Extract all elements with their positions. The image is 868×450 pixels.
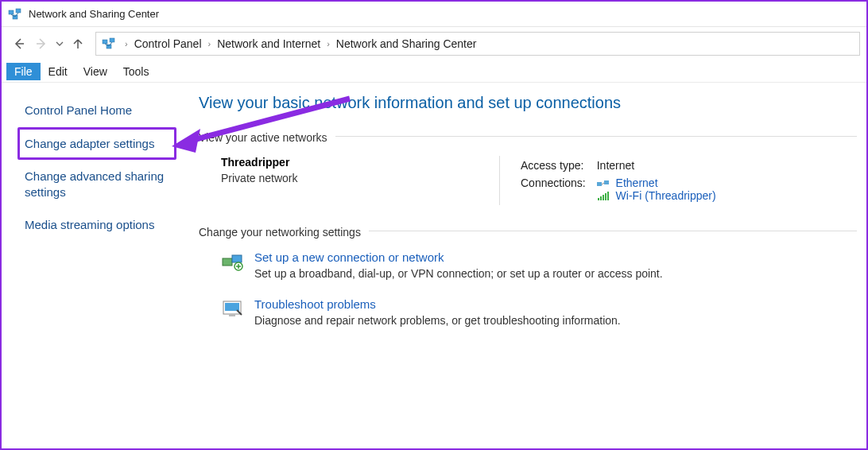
svg-rect-1	[16, 9, 21, 13]
chevron-right-icon: ›	[327, 39, 330, 48]
network-center-icon	[8, 7, 22, 21]
network-center-icon	[101, 36, 117, 52]
network-identity: Threadripper Private network	[221, 156, 499, 184]
menu-tools[interactable]: Tools	[115, 63, 157, 80]
sidebar: Control Panel Home Change adapter settin…	[2, 83, 184, 450]
breadcrumb-item[interactable]: Network and Internet	[214, 36, 324, 52]
access-type-label: Access type:	[516, 157, 591, 173]
chevron-right-icon: ›	[208, 39, 211, 48]
page-heading: View your basic network information and …	[199, 94, 857, 112]
setup-connection-link[interactable]: Set up a new connection or network	[254, 250, 663, 264]
body: Control Panel Home Change adapter settin…	[2, 83, 866, 450]
setup-connection-item: Set up a new connection or network Set u…	[199, 250, 857, 280]
active-network-row: Threadripper Private network Access type…	[199, 156, 857, 205]
window-title: Network and Sharing Center	[29, 8, 159, 20]
sidebar-change-adapter-settings[interactable]: Change adapter settings	[17, 127, 176, 161]
svg-rect-7	[103, 40, 107, 44]
sidebar-control-panel-home[interactable]: Control Panel Home	[17, 94, 176, 127]
change-settings-section: Change your networking settings Set	[199, 226, 857, 327]
menubar: File Edit View Tools	[2, 60, 866, 83]
main-content: View your basic network information and …	[184, 83, 866, 450]
menu-file[interactable]: File	[6, 63, 41, 80]
svg-rect-16	[600, 196, 602, 200]
nav-history-dropdown[interactable]	[52, 33, 67, 55]
wifi-signal-icon	[597, 192, 610, 201]
addressbar[interactable]: › Control Panel › Network and Internet ›…	[95, 32, 860, 56]
nav-forward-button[interactable]	[30, 33, 52, 55]
sidebar-media-streaming-options[interactable]: Media streaming options	[17, 208, 176, 242]
ethernet-icon	[597, 179, 610, 188]
menu-edit[interactable]: Edit	[41, 63, 76, 80]
connections-label: Connections:	[516, 175, 591, 204]
navbar: › Control Panel › Network and Internet ›…	[2, 27, 866, 60]
svg-rect-27	[229, 314, 235, 316]
svg-rect-20	[223, 258, 232, 266]
network-type: Private network	[221, 172, 499, 184]
window-root: Network and Sharing Center	[0, 0, 868, 450]
breadcrumb-item[interactable]: Network and Sharing Center	[333, 36, 480, 52]
access-type-value: Internet	[592, 157, 721, 173]
svg-rect-12	[597, 182, 602, 186]
connection-wifi-link[interactable]: Wi-Fi (Threadripper)	[616, 189, 716, 202]
troubleshoot-item: Troubleshoot problems Diagnose and repai…	[199, 297, 857, 327]
nav-back-button[interactable]	[8, 33, 30, 55]
svg-rect-21	[232, 255, 242, 262]
svg-rect-13	[604, 180, 609, 184]
network-name: Threadripper	[221, 156, 499, 169]
titlebar: Network and Sharing Center	[2, 2, 866, 27]
svg-rect-26	[225, 303, 239, 311]
svg-line-14	[602, 183, 604, 184]
svg-rect-8	[110, 38, 114, 42]
sidebar-change-advanced-sharing[interactable]: Change advanced sharing settings	[17, 160, 176, 208]
menu-view[interactable]: View	[76, 63, 115, 80]
network-details: Access type: Internet Connections:	[499, 156, 723, 205]
active-networks-section: View your active networks Threadripper P…	[199, 131, 857, 205]
svg-rect-19	[607, 192, 609, 200]
svg-rect-0	[9, 10, 14, 14]
breadcrumb-item[interactable]: Control Panel	[131, 36, 205, 52]
svg-rect-18	[605, 193, 606, 200]
troubleshoot-link[interactable]: Troubleshoot problems	[254, 297, 621, 311]
troubleshoot-icon	[221, 297, 245, 321]
setup-connection-description: Set up a broadband, dial-up, or VPN conn…	[254, 267, 663, 280]
svg-rect-15	[598, 198, 599, 200]
nav-up-button[interactable]	[67, 33, 89, 55]
section-label-change-settings: Change your networking settings	[199, 226, 369, 239]
chevron-right-icon: ›	[125, 39, 128, 48]
svg-rect-17	[603, 195, 604, 200]
troubleshoot-description: Diagnose and repair network problems, or…	[254, 314, 621, 327]
connection-ethernet-link[interactable]: Ethernet	[616, 177, 658, 189]
section-label-active-networks: View your active networks	[199, 131, 335, 144]
setup-connection-icon	[221, 250, 245, 274]
